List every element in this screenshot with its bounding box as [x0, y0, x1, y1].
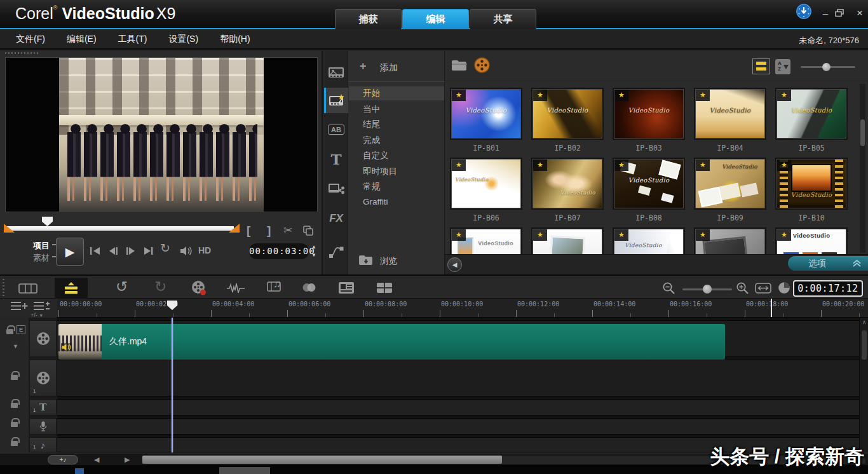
timeline-zoom-slider[interactable] — [682, 288, 732, 290]
template-thumbnail[interactable]: ★ VideoStudio IP-B05 — [776, 89, 846, 159]
nav-instant-project-icon[interactable] — [324, 88, 348, 113]
mark-out-button[interactable]: ] — [267, 224, 271, 238]
template-thumbnail[interactable]: ★ VideoStudio — [776, 229, 846, 254]
tracks-scrollbar[interactable]: ∧ — [859, 318, 868, 452]
template-thumbnail[interactable]: ★ — [695, 229, 765, 254]
undo-button[interactable]: ↺ — [116, 278, 128, 295]
title-track-row[interactable] — [57, 399, 859, 416]
gallery-scrollbar[interactable] — [860, 84, 865, 253]
track-manager-icon[interactable] — [10, 301, 28, 311]
play-button[interactable]: ▶ — [56, 238, 84, 266]
template-thumbnail[interactable]: ★ VideoStudio IP-B07 — [532, 159, 602, 229]
template-thumbnail[interactable]: ★ — [532, 229, 602, 254]
category-start[interactable]: 开始 — [349, 86, 444, 100]
hd-preview-toggle[interactable]: HD — [198, 245, 211, 255]
next-frame-icon[interactable] — [125, 247, 137, 255]
browse-row[interactable]: 浏览 — [348, 253, 445, 269]
thumbnail-size-slider[interactable] — [801, 66, 855, 68]
sound-mixer-button[interactable] — [226, 283, 245, 294]
nav-media-icon[interactable] — [324, 60, 348, 85]
storyboard-view-button[interactable] — [13, 280, 43, 297]
update-globe-icon[interactable] — [796, 3, 812, 20]
timecode-spinner[interactable]: ▲ ▼ — [311, 243, 316, 259]
zoom-out-icon[interactable] — [662, 281, 675, 295]
template-thumbnail[interactable]: ★ VideoStudio IP-B04 — [695, 89, 765, 159]
fit-timeline-icon[interactable] — [755, 283, 771, 294]
collapse-left-button[interactable]: ◀ — [447, 257, 462, 272]
tab-share[interactable]: 共享 — [470, 9, 536, 29]
tab-edit[interactable]: 编辑 — [402, 9, 469, 29]
toolbar-grip[interactable] — [3, 279, 4, 297]
template-thumbnail[interactable]: ★ VideoStudio IP-B03 — [614, 89, 684, 159]
project-duration-timecode[interactable]: 0:00:17:12 — [793, 280, 863, 297]
overlay-track-lock-icon[interactable] — [11, 375, 18, 380]
template-thumbnail[interactable]: ★ VideoStudio IP-B08 — [614, 159, 684, 229]
slider-handle[interactable] — [703, 285, 712, 294]
voice-track-lock-icon[interactable] — [11, 422, 18, 427]
previous-frame-icon[interactable] — [107, 247, 119, 255]
swap-track-button[interactable]: +♪ — [48, 455, 78, 464]
timeline-view-button[interactable] — [55, 278, 88, 299]
mark-in-button[interactable]: [ — [247, 224, 250, 238]
go-to-end-icon[interactable] — [142, 247, 155, 255]
category-ending[interactable]: 结尾 — [349, 118, 444, 132]
clip-jiuban-mp4[interactable]: 久伴.mp4 — [58, 324, 725, 360]
category-graffiti[interactable]: Graffiti — [349, 195, 444, 209]
template-thumbnail[interactable]: ★ VideoStudio IP-B01 — [451, 89, 521, 159]
playhead-line[interactable] — [172, 318, 173, 452]
split-clip-scissors-icon[interactable]: ✂ — [283, 224, 292, 237]
project-duration-clock-icon[interactable] — [778, 281, 790, 294]
repeat-icon[interactable]: ↻ — [160, 242, 170, 254]
menu-file[interactable]: 文件(F) — [16, 34, 45, 45]
project-mode-label[interactable]: 项目 — [33, 240, 50, 252]
scroll-right-icon[interactable]: ▶ — [125, 456, 130, 464]
menu-help[interactable]: 帮助(H) — [220, 34, 250, 45]
playhead-handle[interactable] — [167, 301, 177, 310]
record-capture-button[interactable] — [191, 280, 207, 296]
ripple-edit-icon[interactable]: E — [17, 325, 25, 334]
voice-track-row[interactable] — [57, 418, 859, 435]
scroll-up-icon[interactable]: ∧ — [860, 319, 868, 325]
auto-music-button[interactable]: ♫ — [267, 280, 283, 295]
panel-grip[interactable] — [5, 52, 39, 54]
scrollbar-thumb[interactable] — [862, 330, 867, 360]
menu-settings[interactable]: 设置(S) — [168, 34, 198, 45]
track-expand-icon[interactable]: ▼ — [13, 343, 18, 349]
redo-button[interactable]: ↻ — [154, 278, 166, 295]
music-track-header[interactable]: ♪ 1 — [29, 437, 57, 452]
zoom-in-icon[interactable] — [736, 281, 749, 295]
scrub-handle[interactable] — [42, 217, 53, 226]
overlay-track-row[interactable] — [57, 360, 859, 396]
close-button[interactable]: × — [853, 7, 867, 20]
preview-scrub-bar[interactable] — [5, 226, 234, 231]
video-track-lock-icon[interactable] — [6, 329, 13, 334]
nav-filter-icon[interactable]: FX — [324, 206, 348, 231]
minimize-button[interactable]: – — [818, 7, 832, 20]
overlay-track-header[interactable]: 1 — [29, 360, 57, 396]
add-remove-track-icon[interactable] — [33, 301, 51, 311]
title-track-lock-icon[interactable] — [11, 403, 18, 408]
menu-tools[interactable]: 工具(T) — [118, 34, 147, 45]
template-thumbnail[interactable]: ★ VideoStudio — [451, 229, 521, 254]
title-track-header[interactable]: T 1 — [29, 399, 57, 416]
cross-dissolve-button[interactable] — [301, 283, 318, 292]
video-track-header[interactable] — [29, 320, 57, 357]
enlarge-preview-icon[interactable] — [302, 225, 314, 236]
nav-graphic-icon[interactable] — [324, 175, 348, 201]
slider-handle[interactable] — [822, 63, 831, 71]
menu-edit[interactable]: 编辑(E) — [67, 34, 97, 45]
music-track-lock-icon[interactable] — [11, 441, 18, 446]
spin-up-icon[interactable]: ▲ — [311, 244, 316, 250]
category-middle[interactable]: 当中 — [349, 102, 444, 116]
timeline-ruler[interactable]: 00:00:00:00 00:00:02:00 00:00:04:00 00:0… — [57, 299, 868, 318]
nav-title-icon[interactable]: T — [324, 146, 348, 172]
scrollbar-thumb[interactable] — [860, 119, 865, 146]
preview-timecode[interactable]: 00:00:03:00 — [249, 243, 309, 259]
category-custom[interactable]: 自定义 — [349, 149, 444, 163]
template-thumbnail[interactable]: ★ VideoStudio IP-B10 — [776, 159, 846, 229]
video-track-row[interactable]: 久伴.mp4 — [57, 320, 859, 357]
template-thumbnail[interactable]: ★ VideoStudio IP-B06 — [451, 159, 521, 229]
clip-mode-label[interactable]: 素材 — [33, 252, 50, 264]
template-thumbnail[interactable]: ★ VideoStudio IP-B09 — [695, 159, 765, 229]
hscrollbar-thumb[interactable] — [142, 456, 502, 464]
